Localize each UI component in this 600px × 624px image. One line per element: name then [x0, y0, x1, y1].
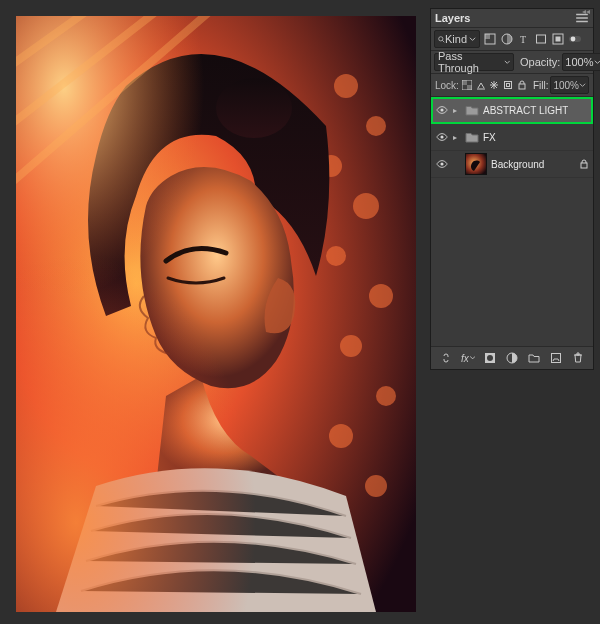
svg-rect-39	[581, 163, 587, 168]
svg-rect-13	[16, 16, 416, 612]
layer-filter-row: Kind T	[431, 28, 593, 51]
filter-smart-icon[interactable]	[551, 32, 565, 46]
svg-point-37	[440, 162, 443, 165]
fill-control[interactable]: Fill: 100%	[533, 76, 589, 94]
chevron-down-icon	[594, 59, 601, 66]
panel-collapse-icon[interactable]: ◂◂	[582, 7, 590, 16]
layer-thumbnail[interactable]	[465, 153, 487, 175]
layer-list[interactable]: ▸ABSTRACT LIGHT▸FXBackground	[431, 97, 593, 346]
opacity-value: 100%	[565, 56, 593, 68]
lock-fill-row: Lock: Fill: 100%	[431, 74, 593, 97]
visibility-eye-icon[interactable]	[435, 157, 449, 171]
delete-layer-icon[interactable]	[571, 351, 585, 365]
blend-mode-dropdown[interactable]: Pass Through	[434, 53, 514, 71]
folder-icon	[465, 104, 479, 116]
layers-panel: ◂◂ Layers Kind T Pass Through	[430, 8, 594, 370]
layer-row-background[interactable]: Background	[431, 151, 593, 178]
svg-rect-20	[485, 34, 490, 39]
svg-point-41	[487, 355, 493, 361]
layer-row-fx[interactable]: ▸FX	[431, 124, 593, 151]
link-layers-icon[interactable]	[439, 351, 453, 365]
filter-toggle-icon[interactable]	[568, 32, 582, 46]
svg-point-27	[571, 37, 576, 42]
blend-opacity-row: Pass Through Opacity: 100%	[431, 51, 593, 74]
lock-icon[interactable]	[579, 159, 589, 169]
svg-rect-29	[462, 80, 467, 85]
visibility-eye-icon[interactable]	[435, 103, 449, 117]
svg-line-18	[442, 40, 444, 42]
search-icon	[438, 36, 445, 43]
svg-point-36	[440, 135, 443, 138]
svg-rect-33	[506, 84, 509, 87]
folder-icon	[465, 131, 479, 143]
blend-mode-value: Pass Through	[438, 50, 504, 74]
filter-pixel-icon[interactable]	[483, 32, 497, 46]
chevron-down-icon	[469, 36, 476, 43]
panel-bottom-bar: fx	[431, 346, 593, 369]
svg-text:T: T	[520, 34, 526, 45]
svg-point-17	[439, 36, 443, 40]
svg-rect-23	[537, 35, 546, 43]
artwork-preview	[16, 16, 416, 612]
lock-position-icon[interactable]	[489, 79, 500, 91]
chevron-down-icon	[579, 82, 586, 89]
opacity-label: Opacity:	[520, 56, 560, 68]
filter-adjustment-icon[interactable]	[500, 32, 514, 46]
filter-kind-label: Kind	[445, 33, 469, 45]
svg-rect-43	[552, 354, 561, 363]
lock-image-icon[interactable]	[476, 79, 487, 91]
filter-type-icon[interactable]: T	[517, 32, 531, 46]
add-mask-icon[interactable]	[483, 351, 497, 365]
layer-name[interactable]: FX	[483, 132, 496, 143]
svg-rect-30	[467, 85, 472, 90]
layer-name[interactable]: Background	[491, 159, 544, 170]
app-workspace: ◂◂ Layers Kind T Pass Through	[0, 0, 600, 624]
filter-kind-dropdown[interactable]: Kind	[434, 30, 480, 48]
svg-rect-34	[519, 84, 525, 89]
new-adjustment-icon[interactable]	[505, 351, 519, 365]
fill-value: 100%	[553, 80, 579, 91]
panel-titlebar: Layers	[431, 9, 593, 28]
svg-rect-32	[504, 82, 511, 89]
disclosure-chevron-icon[interactable]: ▸	[453, 133, 461, 142]
new-group-icon[interactable]	[527, 351, 541, 365]
document-canvas[interactable]	[16, 16, 416, 612]
filter-shape-icon[interactable]	[534, 32, 548, 46]
lock-transparent-icon[interactable]	[462, 79, 473, 91]
opacity-control[interactable]: Opacity: 100%	[520, 53, 600, 71]
visibility-eye-icon[interactable]	[435, 130, 449, 144]
disclosure-chevron-icon[interactable]: ▸	[453, 106, 461, 115]
svg-rect-25	[556, 37, 561, 42]
layer-name[interactable]: ABSTRACT LIGHT	[483, 105, 568, 116]
panel-title: Layers	[435, 12, 470, 24]
fill-label: Fill:	[533, 80, 549, 91]
lock-all-icon[interactable]	[516, 79, 527, 91]
svg-point-35	[440, 108, 443, 111]
layer-row-abstract-light[interactable]: ▸ABSTRACT LIGHT	[431, 97, 593, 124]
layer-fx-icon[interactable]: fx	[461, 351, 475, 365]
chevron-down-icon	[504, 59, 511, 66]
lock-label: Lock:	[435, 80, 459, 91]
lock-artboard-icon[interactable]	[503, 79, 514, 91]
new-layer-icon[interactable]	[549, 351, 563, 365]
